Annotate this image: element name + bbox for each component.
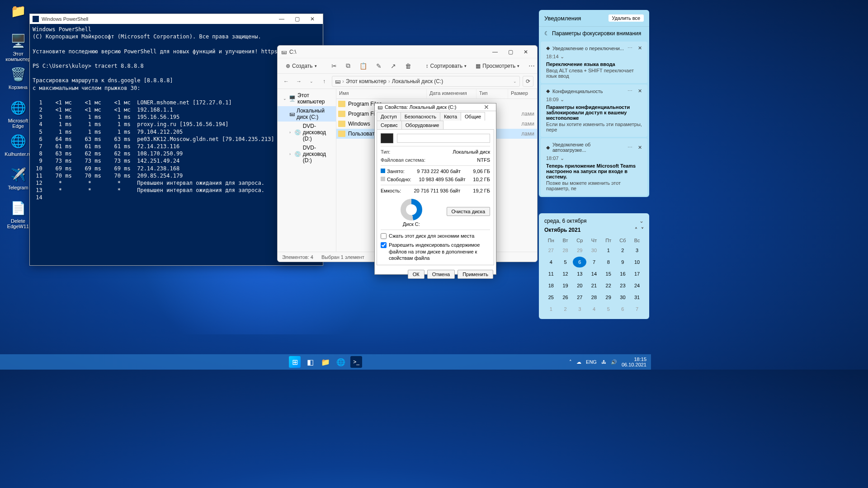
desktop-icon-3[interactable]: 🌐Kulhunter.ru — [3, 132, 33, 157]
powershell-titlebar[interactable]: Windows PowerShell — ▢ ✕ — [30, 14, 323, 24]
calendar-day[interactable]: 28 — [559, 245, 572, 256]
notification-card[interactable]: ◆Конфиденциальность⋯✕18:09 ⌄Параметры ко… — [541, 84, 647, 137]
close-button[interactable]: ✕ — [480, 103, 493, 111]
calendar-day[interactable]: 5 — [559, 257, 572, 267]
calendar-day[interactable]: 6 — [616, 304, 630, 314]
calendar-day[interactable]: 7 — [630, 304, 644, 314]
calendar-day[interactable]: 20 — [573, 280, 586, 291]
taskbar-widgets[interactable]: ◧ — [304, 356, 316, 368]
minimize-button[interactable]: — — [274, 14, 289, 24]
cut-icon[interactable]: ✂ — [328, 61, 340, 71]
paste-icon[interactable]: 📋 — [356, 61, 371, 71]
desktop-icon-4[interactable]: ✈️Telegram — [3, 165, 33, 190]
share-icon[interactable]: ↗ — [387, 61, 400, 71]
calendar-day[interactable]: 5 — [602, 304, 615, 314]
tab-Сервис[interactable]: Сервис — [377, 121, 402, 129]
tab-Квота[interactable]: Квота — [440, 112, 461, 121]
volume-label-input[interactable] — [397, 134, 490, 143]
cleanup-button[interactable]: Очистка диска — [447, 207, 490, 216]
sidebar-item-c-drive[interactable]: 🖴Локальный диск (C:) — [278, 106, 336, 122]
calendar-day[interactable]: 13 — [573, 268, 586, 279]
calendar-day[interactable]: 3 — [573, 304, 586, 314]
calendar-day[interactable]: 8 — [602, 257, 615, 267]
tab-Общие[interactable]: Общие — [461, 112, 485, 121]
calendar-day[interactable]: 2 — [616, 245, 630, 256]
calendar-day[interactable]: 24 — [630, 280, 644, 291]
calendar-day[interactable]: 29 — [573, 245, 586, 256]
sidebar-item-dvd1[interactable]: ›💿DVD-дисковод (D:) — [278, 122, 336, 143]
close-button[interactable]: ✕ — [518, 47, 533, 57]
explorer-titlebar[interactable]: 🖴 C:\ — ▢ ✕ — [278, 46, 537, 58]
tab-Доступ[interactable]: Доступ — [377, 112, 401, 121]
more-icon[interactable]: ⋯ — [627, 45, 632, 51]
calendar-day[interactable]: 21 — [587, 280, 601, 291]
calendar-day[interactable]: 25 — [544, 292, 558, 303]
calendar-month[interactable]: Октябрь 2021 — [544, 227, 580, 233]
desktop-icon-2[interactable]: 🌐Microsoft Edge — [3, 99, 33, 129]
calendar-day[interactable]: 15 — [602, 268, 615, 279]
clear-all-button[interactable]: Удалить все — [609, 14, 644, 22]
create-button[interactable]: ⊕Создать▾ — [282, 61, 321, 71]
calendar-day[interactable]: 6 — [573, 257, 586, 267]
calendar-day[interactable]: 4 — [587, 304, 601, 314]
col-name[interactable]: Имя — [336, 89, 427, 99]
apply-button[interactable]: Применить — [458, 270, 493, 279]
delete-icon[interactable]: 🗑 — [401, 61, 415, 71]
calendar-day[interactable]: 11 — [544, 268, 558, 279]
prev-month-button[interactable]: ˄ — [635, 227, 637, 233]
dismiss-button[interactable]: ✕ — [638, 88, 642, 94]
minimize-button[interactable]: — — [487, 47, 503, 57]
properties-titlebar[interactable]: 🖴 Свойства: Локальный диск (C:) ✕ — [375, 103, 496, 111]
desktop-icon-1[interactable]: 🗑️Корзина — [3, 65, 33, 90]
rename-icon[interactable]: ✎ — [373, 61, 385, 71]
taskbar-explorer[interactable]: 📁 — [320, 356, 331, 368]
up-button[interactable]: ↑ — [319, 76, 329, 86]
sort-button[interactable]: ↕Сортировать▾ — [422, 61, 471, 71]
notification-panel[interactable]: Уведомления Удалить все ☾ Параметры фоку… — [539, 10, 649, 197]
close-button[interactable]: ✕ — [305, 14, 320, 24]
clock[interactable]: 18:15 06.10.2021 — [622, 357, 646, 367]
notification-card[interactable]: ◆Уведомление об автозагрузке...⋯✕18:07 ⌄… — [541, 138, 647, 196]
calendar-day[interactable]: 7 — [587, 257, 601, 267]
network-icon[interactable]: 🖧 — [601, 359, 606, 365]
dismiss-button[interactable]: ✕ — [638, 45, 642, 51]
calendar-day[interactable]: 4 — [544, 257, 558, 267]
desktop-icon-5[interactable]: 📄Delete EdgeW11 — [3, 199, 33, 229]
sidebar-item-pc[interactable]: ⌄🖥️Этот компьютер — [278, 91, 336, 106]
maximize-button[interactable]: ▢ — [503, 47, 518, 57]
chevron-down-icon[interactable]: ⌄ — [513, 79, 517, 84]
calendar-panel[interactable]: среда, 6 октября ⌄ Октябрь 2021 ˄˅ ПнВтС… — [539, 213, 649, 319]
more-icon[interactable]: ⋯ — [627, 145, 632, 150]
calendar-day[interactable]: 18 — [544, 280, 558, 291]
calendar-day[interactable]: 29 — [602, 292, 615, 303]
copy-icon[interactable]: ⧉ — [342, 60, 354, 71]
calendar-day[interactable]: 27 — [573, 292, 586, 303]
ok-button[interactable]: ОК — [408, 270, 425, 279]
calendar-day[interactable]: 30 — [616, 292, 630, 303]
more-icon[interactable]: ⋯ — [525, 61, 538, 71]
calendar-day[interactable]: 10 — [630, 257, 644, 267]
index-checkbox[interactable]: Разрешить индексировать содержимое файло… — [381, 242, 490, 261]
refresh-button[interactable]: ⟳ — [523, 76, 533, 87]
more-icon[interactable]: ⋯ — [627, 88, 632, 94]
calendar-day[interactable]: 16 — [616, 268, 630, 279]
calendar-day[interactable]: 31 — [630, 292, 644, 303]
taskbar-terminal[interactable]: >_ — [350, 356, 362, 368]
desktop-folder[interactable]: 📁 — [3, 2, 33, 21]
language-indicator[interactable]: ENG — [586, 359, 597, 365]
back-button[interactable]: ← — [281, 76, 291, 86]
calendar-day[interactable]: 2 — [559, 304, 572, 314]
calendar-day[interactable]: 28 — [587, 292, 601, 303]
view-button[interactable]: ▦Просмотреть▾ — [472, 61, 523, 71]
tray-chevron-icon[interactable]: ˄ — [569, 359, 572, 365]
tab-Безопасность[interactable]: Безопасность — [401, 112, 440, 121]
calendar-day[interactable]: 9 — [616, 257, 630, 267]
calendar-day[interactable]: 22 — [602, 280, 615, 291]
forward-button[interactable]: → — [294, 76, 304, 86]
calendar-day[interactable]: 14 — [587, 268, 601, 279]
calendar-day[interactable]: 17 — [630, 268, 644, 279]
breadcrumb-leaf[interactable]: Локальный диск (C:) — [392, 78, 443, 84]
calendar-day[interactable]: 1 — [544, 304, 558, 314]
breadcrumb-root[interactable]: Этот компьютер — [346, 78, 387, 84]
calendar-day[interactable]: 3 — [630, 245, 644, 256]
